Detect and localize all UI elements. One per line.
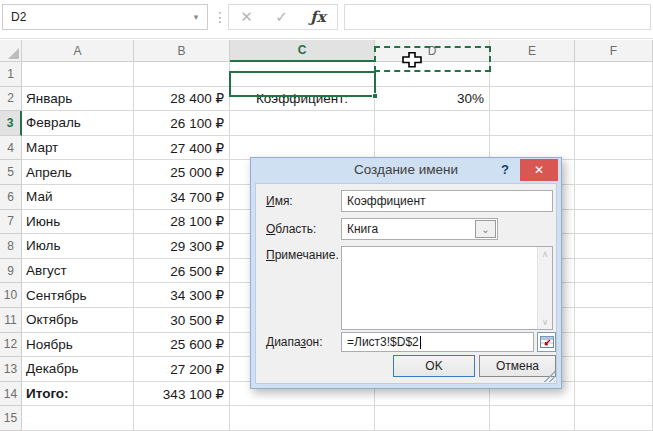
column-header-F[interactable]: F	[575, 40, 653, 62]
row-header-5[interactable]: 5	[0, 160, 22, 185]
row-header-2[interactable]: 2	[0, 87, 22, 112]
row-header-8[interactable]: 8	[0, 234, 22, 259]
cell-A10[interactable]: Сентябрь	[22, 283, 134, 308]
row-header-10[interactable]: 10	[0, 283, 22, 308]
cell-E1[interactable]	[490, 62, 575, 87]
cell-C15[interactable]	[230, 406, 375, 431]
cell-B15[interactable]	[134, 406, 230, 431]
enter-icon[interactable]: ✓	[275, 8, 288, 26]
cell-D3[interactable]	[375, 111, 490, 136]
cell-B1[interactable]	[134, 62, 230, 87]
name-field[interactable]: Коэффициент	[341, 190, 553, 212]
cell-A9[interactable]: Август	[22, 259, 134, 284]
help-button[interactable]: ?	[501, 162, 509, 177]
cell-B14[interactable]: 343 100 ₽	[134, 382, 230, 407]
cell-B11[interactable]: 30 500 ₽	[134, 308, 230, 333]
cell-A15[interactable]	[22, 406, 134, 431]
range-selector-button[interactable]	[537, 332, 556, 352]
cell-F4[interactable]	[575, 136, 653, 161]
cell-F15[interactable]	[575, 406, 653, 431]
marching-ants-border	[374, 46, 491, 72]
cell-D2[interactable]: 30%	[375, 87, 490, 112]
cell-F1[interactable]	[575, 62, 653, 87]
row-header-3[interactable]: 3	[0, 111, 22, 136]
row-header-11[interactable]: 11	[0, 308, 22, 333]
column-header-C[interactable]: C	[230, 40, 375, 62]
scroll-up-icon[interactable]: ∧	[538, 249, 552, 259]
cell-F8[interactable]	[575, 234, 653, 259]
cell-F12[interactable]	[575, 333, 653, 358]
cell-A2[interactable]: Январь	[22, 87, 134, 112]
column-header-A[interactable]: A	[22, 40, 134, 62]
cell-A8[interactable]: Июль	[22, 234, 134, 259]
ok-button[interactable]: OK	[393, 355, 475, 377]
insert-function-icon[interactable]: ƒx	[310, 8, 325, 26]
select-all-icon	[8, 48, 19, 59]
cell-A12[interactable]: Ноябрь	[22, 333, 134, 358]
row-header-6[interactable]: 6	[0, 185, 22, 210]
cell-A3[interactable]: Февраль	[22, 111, 134, 136]
row-header-9[interactable]: 9	[0, 259, 22, 284]
cell-A13[interactable]: Декабрь	[22, 357, 134, 382]
cell-F11[interactable]	[575, 308, 653, 333]
cell-A6[interactable]: Май	[22, 185, 134, 210]
cell-B7[interactable]: 28 100 ₽	[134, 210, 230, 235]
row-header-7[interactable]: 7	[0, 210, 22, 235]
cell-A11[interactable]: Октябрь	[22, 308, 134, 333]
cell-A4[interactable]: Март	[22, 136, 134, 161]
fill-handle[interactable]	[372, 93, 378, 99]
chevron-down-icon[interactable]: ⌄	[475, 220, 496, 238]
cell-B8[interactable]: 29 300 ₽	[134, 234, 230, 259]
namebox-dropdown-icon[interactable]: ▾	[185, 12, 207, 22]
cell-C3[interactable]	[230, 111, 375, 136]
cell-E15[interactable]	[490, 406, 575, 431]
cell-B2[interactable]: 28 400 ₽	[134, 87, 230, 112]
cell-F6[interactable]	[575, 185, 653, 210]
cell-B13[interactable]: 27 200 ₽	[134, 357, 230, 382]
name-box[interactable]: D2 ▾	[2, 4, 208, 30]
row-header-12[interactable]: 12	[0, 333, 22, 358]
select-all-corner[interactable]	[0, 40, 22, 62]
cancel-icon[interactable]: ✕	[240, 8, 253, 26]
dialog-title-bar[interactable]: Создание имени ? ✕	[251, 158, 561, 183]
cell-B5[interactable]: 25 000 ₽	[134, 160, 230, 185]
cell-B12[interactable]: 25 600 ₽	[134, 333, 230, 358]
scope-dropdown[interactable]: Книга ⌄	[341, 218, 498, 240]
column-header-E[interactable]: E	[490, 40, 575, 62]
cell-F13[interactable]	[575, 357, 653, 382]
cancel-button[interactable]: Отмена	[479, 355, 556, 377]
row-header-4[interactable]: 4	[0, 136, 22, 161]
row-header-1[interactable]: 1	[0, 62, 22, 87]
row-header-13[interactable]: 13	[0, 357, 22, 382]
cell-B4[interactable]: 27 400 ₽	[134, 136, 230, 161]
comment-textarea[interactable]: ∧ ∨	[341, 246, 553, 330]
name-field-label: Имя:	[266, 194, 293, 208]
range-field[interactable]: =Лист3!$D$2	[341, 332, 534, 352]
close-button[interactable]: ✕	[520, 159, 558, 181]
textarea-scrollbar[interactable]: ∧ ∨	[537, 247, 552, 329]
cell-B10[interactable]: 34 300 ₽	[134, 283, 230, 308]
cell-A1[interactable]	[22, 62, 134, 87]
cell-E3[interactable]	[490, 111, 575, 136]
cell-F3[interactable]	[575, 111, 653, 136]
cell-B9[interactable]: 26 500 ₽	[134, 259, 230, 284]
cell-A14[interactable]: Итого:	[22, 382, 134, 407]
cell-F7[interactable]	[575, 210, 653, 235]
cell-F5[interactable]	[575, 160, 653, 185]
scroll-down-icon[interactable]: ∨	[538, 317, 552, 327]
row-header-14[interactable]: 14	[0, 382, 22, 407]
cell-F2[interactable]	[575, 87, 653, 112]
cell-A7[interactable]: Июнь	[22, 210, 134, 235]
cell-D15[interactable]	[375, 406, 490, 431]
row-header-15[interactable]: 15	[0, 406, 22, 431]
cell-F9[interactable]	[575, 259, 653, 284]
cell-B6[interactable]: 34 700 ₽	[134, 185, 230, 210]
cell-E2[interactable]	[490, 87, 575, 112]
column-header-B[interactable]: B	[134, 40, 230, 62]
cell-B3[interactable]: 26 100 ₽	[134, 111, 230, 136]
cell-F14[interactable]	[575, 382, 653, 407]
formula-bar[interactable]	[344, 4, 651, 30]
cell-A5[interactable]: Апрель	[22, 160, 134, 185]
active-cell-selection[interactable]	[229, 71, 376, 97]
cell-F10[interactable]	[575, 283, 653, 308]
